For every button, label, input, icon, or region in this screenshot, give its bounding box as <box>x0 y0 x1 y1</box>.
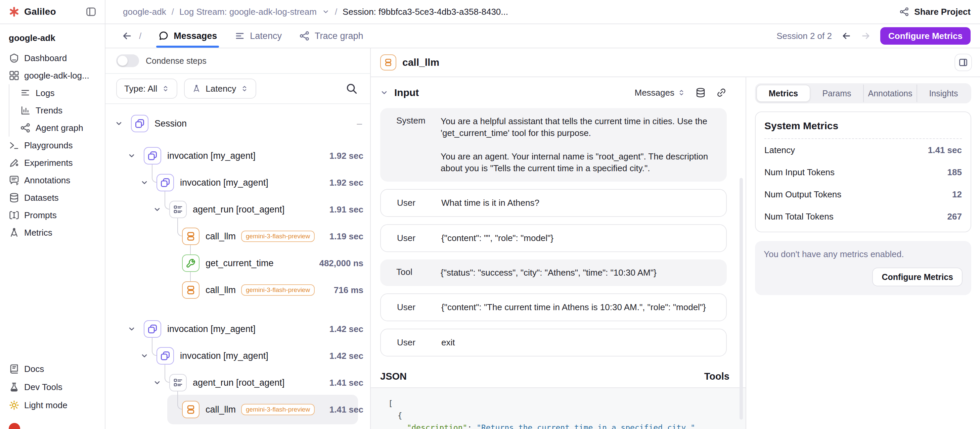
view-mode-select[interactable]: Messages <box>635 87 686 98</box>
tree-row-call-llm[interactable]: call_llmgemini-3-flash-preview1.19 sec <box>105 223 370 250</box>
sidebar-item-dev-tools[interactable]: Dev Tools <box>0 378 105 396</box>
tree-row-agent-run-root-agent[interactable]: agent_run [root_agent]1.91 sec <box>105 196 370 223</box>
expand-chevron-icon[interactable] <box>140 179 148 187</box>
session-span-icon <box>131 115 148 132</box>
sidebar-item-label: Playgrounds <box>24 140 73 151</box>
tree-row-call-llm[interactable]: call_llmgemini-3-flash-preview1.41 sec <box>105 396 370 423</box>
tree-row-call-llm[interactable]: call_llmgemini-3-flash-preview716 ms <box>105 276 370 303</box>
metric-row-num-output-tokens: Num Output Tokens12 <box>764 183 962 205</box>
sidebar-item-light-mode[interactable]: Light mode <box>0 396 105 414</box>
sidebar-item-metrics[interactable]: Metrics <box>0 224 105 242</box>
sidebar-item-trends[interactable]: Trends <box>9 102 105 119</box>
copy-link-icon[interactable] <box>716 87 727 98</box>
toggle-right-panel-icon[interactable] <box>955 54 972 71</box>
sidebar-item-label: Annotations <box>24 175 70 186</box>
annotation-icon <box>9 175 19 186</box>
message-text: You are a helpful assistant that tells t… <box>441 116 711 174</box>
expand-chevron-icon[interactable] <box>153 379 161 387</box>
metrics-panel: MetricsParamsAnnotationsInsights System … <box>746 77 980 429</box>
message-card-user[interactable]: User{"content": "The current time in Ath… <box>380 293 727 321</box>
breadcrumb-log-stream[interactable]: Log Stream: google-adk-log-stream <box>179 7 317 17</box>
message-card-user[interactable]: Userexit <box>380 329 727 356</box>
llm-span-icon <box>182 401 199 418</box>
tree-row-session[interactable]: Session– <box>105 110 370 137</box>
panel-tab-metrics[interactable]: Metrics <box>756 84 810 102</box>
back-arrow-icon[interactable] <box>122 30 132 41</box>
span-duration: 1.41 sec <box>329 396 363 423</box>
session-span-icon <box>144 147 161 164</box>
tree-row-invocation-my-agent[interactable]: invocation [my_agent]1.42 sec <box>105 342 370 369</box>
tree-row-invocation-my-agent[interactable]: invocation [my_agent]1.92 sec <box>105 142 370 169</box>
sidebar-item-playgrounds[interactable]: Playgrounds <box>0 137 105 154</box>
sidebar-item-logs[interactable]: Logs <box>9 84 105 102</box>
view-tabs: MessagesLatencyTrace graph <box>150 24 372 48</box>
sidebar-item-prompts[interactable]: Prompts <box>0 207 105 224</box>
expand-chevron-icon[interactable] <box>127 152 136 160</box>
lines-icon <box>234 30 245 41</box>
span-duration: 1.92 sec <box>329 142 363 169</box>
tree-row-get-current-time[interactable]: get_current_time482,000 ns <box>105 250 370 276</box>
message-card-system[interactable]: SystemYou are a helpful assistant that t… <box>380 108 727 182</box>
next-session-icon[interactable] <box>861 31 871 41</box>
session-span-icon <box>156 347 174 365</box>
message-card-user[interactable]: UserWhat time is it in Athens? <box>380 189 727 217</box>
configure-metrics-button[interactable]: Configure Metrics <box>880 27 970 44</box>
breadcrumb-project[interactable]: google-adk <box>123 7 166 17</box>
model-badge: gemini-3-flash-preview <box>241 284 315 296</box>
message-role: Tool <box>396 267 441 279</box>
raw-data-icon[interactable] <box>695 87 706 98</box>
panel-tab-insights[interactable]: Insights <box>916 84 970 102</box>
condense-steps-toggle[interactable] <box>116 54 139 67</box>
sidebar: Galileo google-adk Dashboardgoogle-adk-l… <box>0 0 105 429</box>
agent-span-icon <box>169 374 187 391</box>
expand-chevron-icon[interactable] <box>140 352 148 360</box>
terminal-icon <box>9 140 19 151</box>
search-icon[interactable] <box>345 82 358 95</box>
sidebar-item-dashboard[interactable]: Dashboard <box>0 49 105 67</box>
sort-filter-dropdown[interactable]: Latency <box>184 79 256 99</box>
model-badge: gemini-3-flash-preview <box>241 230 315 242</box>
collapse-sidebar-icon[interactable] <box>85 6 97 17</box>
share-project-button[interactable]: Share Project <box>899 7 970 17</box>
sidebar-item-docs[interactable]: Docs <box>0 360 105 378</box>
message-text: {"content": "The current time in Athens … <box>441 302 710 313</box>
network-icon <box>20 122 31 133</box>
chevron-down-icon[interactable] <box>322 8 329 16</box>
tree-row-agent-run-root-agent[interactable]: agent_run [root_agent]1.41 sec <box>105 369 370 396</box>
expand-chevron-icon[interactable] <box>115 119 123 127</box>
condense-steps-label: Condense steps <box>146 56 207 66</box>
tree-row-invocation-my-agent[interactable]: invocation [my_agent]1.42 sec <box>105 316 370 342</box>
type-filter-dropdown[interactable]: Type: All <box>116 79 177 99</box>
book-icon <box>9 364 19 374</box>
expand-chevron-icon[interactable] <box>153 205 161 213</box>
collapse-input-icon[interactable] <box>380 89 388 97</box>
tab-messages[interactable]: Messages <box>150 24 226 48</box>
previous-session-icon[interactable] <box>841 31 851 41</box>
message-card-tool[interactable]: Tool{"status": "success", "city": "Athen… <box>380 259 727 286</box>
llm-span-icon <box>182 227 199 245</box>
metric-value: 185 <box>947 167 962 178</box>
tab-latency[interactable]: Latency <box>226 24 291 48</box>
flask-icon <box>9 382 19 392</box>
sidebar-item-agent-graph[interactable]: Agent graph <box>9 119 105 137</box>
dashboard-icon <box>9 53 19 64</box>
sidebar-item-label: Experiments <box>24 158 73 168</box>
message-card-user[interactable]: User{"content": "", "role": "model"} <box>380 224 727 252</box>
sidebar-item-label: Trends <box>36 105 62 116</box>
panel-tab-params[interactable]: Params <box>810 84 863 102</box>
configure-metrics-secondary-button[interactable]: Configure Metrics <box>872 267 963 286</box>
scrollbar-thumb[interactable] <box>740 178 743 419</box>
tab-trace-graph[interactable]: Trace graph <box>291 24 372 48</box>
metric-label: Num Output Tokens <box>764 189 841 200</box>
expand-chevron-icon[interactable] <box>127 325 136 333</box>
sidebar-item-google-adk-log[interactable]: google-adk-log... <box>0 67 105 84</box>
prompts-icon <box>9 210 19 221</box>
sidebar-item-datasets[interactable]: Datasets <box>0 189 105 207</box>
trends-icon <box>20 105 31 116</box>
panel-tab-annotations[interactable]: Annotations <box>863 84 916 102</box>
sidebar-item-annotations[interactable]: Annotations <box>0 172 105 189</box>
span-duration: 1.91 sec <box>329 196 363 223</box>
tree-row-invocation-my-agent[interactable]: invocation [my_agent]1.92 sec <box>105 169 370 196</box>
metric-label: Latency <box>764 145 795 156</box>
sidebar-item-experiments[interactable]: Experiments <box>0 154 105 172</box>
